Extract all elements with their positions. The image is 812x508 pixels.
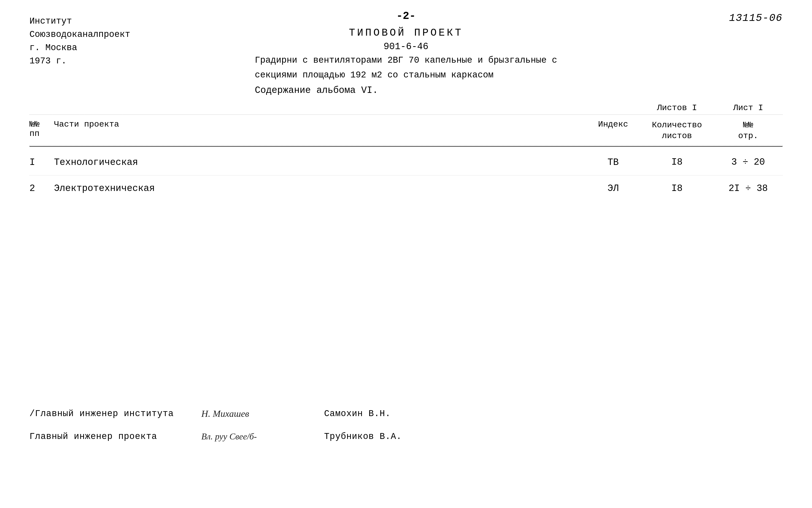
- institution-line3: г. Москва: [30, 41, 130, 54]
- page-number: -2-: [255, 10, 557, 22]
- sig2-name: Трубников В.А.: [324, 432, 402, 441]
- col-header-listno: №№ отр.: [714, 120, 782, 141]
- row1-listno: 3 ÷ 20: [714, 156, 782, 168]
- row2-listno: 2I ÷ 38: [714, 182, 782, 195]
- sig2-label: Главный инженер проекта: [30, 432, 201, 441]
- col-header-index: Индекс: [586, 120, 640, 141]
- signatures-section: /Главный инженер института Н. Михашев Са…: [30, 408, 782, 454]
- doc-type: ТИПОВОЙ ПРОЕКТ: [255, 27, 557, 39]
- sig1-name: Самохин В.Н.: [324, 409, 391, 419]
- row2-num: 2: [30, 183, 54, 194]
- col-header-list: Лист I: [714, 103, 782, 113]
- doc-description-line1: Градирни с вентиляторами 2ВГ 70 капельны…: [255, 54, 557, 67]
- col-header-listov: Листов I: [640, 103, 714, 113]
- sig1-handwriting: Н. Михашев: [201, 408, 324, 419]
- col-header-num: №№ пп: [30, 120, 54, 141]
- row1-num: I: [30, 157, 54, 168]
- institution-line1: Институт: [30, 15, 130, 28]
- row1-parts: Технологическая: [54, 157, 586, 168]
- row2-index: ЭЛ: [586, 183, 640, 194]
- doc-number: 901-6-46: [255, 41, 557, 52]
- header-center: -2- ТИПОВОЙ ПРОЕКТ 901-6-46 Градирни с в…: [255, 10, 557, 96]
- col-header-index-top: [586, 103, 640, 113]
- row2-parts: Электротехническая: [54, 183, 586, 194]
- page: Институт Союзводоканалпроект г. Москва 1…: [0, 0, 812, 508]
- institution-line2: Союзводоканалпроект: [30, 28, 130, 41]
- row2-count: I8: [640, 182, 714, 195]
- institution-info: Институт Союзводоканалпроект г. Москва 1…: [30, 15, 130, 68]
- sig2-handwriting: Вл. руу Свее/б-: [201, 431, 324, 441]
- doc-id: 13115-06: [729, 12, 782, 24]
- doc-id-text: 13115-06: [729, 12, 782, 24]
- table-row: I Технологическая ТВ I8 3 ÷ 20: [30, 149, 782, 175]
- signature-row-1: /Главный инженер института Н. Михашев Са…: [30, 408, 782, 419]
- table-section: Листов I Лист I №№ пп Части проекта Инде…: [30, 103, 782, 201]
- signature-row-2: Главный инженер проекта Вл. руу Свее/б- …: [30, 431, 782, 441]
- col-header-parts: Части проекта: [54, 120, 586, 141]
- table-row: 2 Электротехническая ЭЛ I8 2I ÷ 38: [30, 175, 782, 201]
- row1-index: ТВ: [586, 157, 640, 168]
- row1-count: I8: [640, 156, 714, 168]
- sig1-label: /Главный инженер института: [30, 409, 201, 419]
- col-header-count: Количество листов: [640, 120, 714, 141]
- table-body: I Технологическая ТВ I8 3 ÷ 20 2 Электро…: [30, 149, 782, 201]
- institution-line4: 1973 г.: [30, 54, 130, 68]
- doc-description-line2: секциями площадью 192 м2 со стальным кар…: [255, 69, 557, 81]
- content-title: Содержание альбома VI.: [255, 85, 557, 96]
- table-column-headers: №№ пп Части проекта Индекс Количество ли…: [30, 115, 782, 145]
